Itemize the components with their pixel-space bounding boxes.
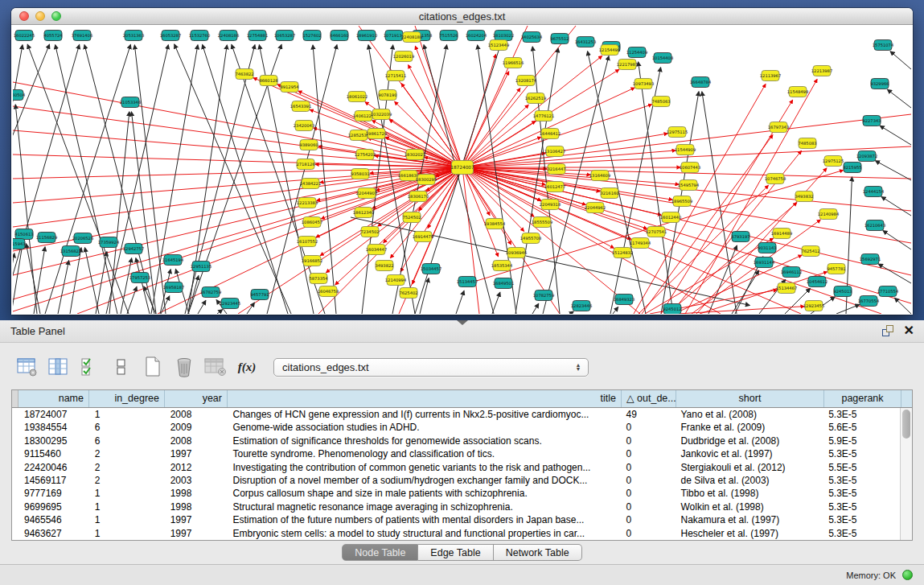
delete-table-icon[interactable] [203, 355, 228, 379]
table-cell: 2008 [165, 435, 228, 447]
table-row[interactable]: 977716911998Corpus callosum shape and si… [12, 487, 900, 500]
graph-node-label: 16958187 [163, 285, 184, 290]
table-cell: Jankovic et al. (1997) [676, 447, 823, 460]
table-panel-title: Table Panel [10, 325, 65, 337]
graph-node-label: 22044962 [585, 205, 606, 210]
graph-node-label: 15751074 [873, 43, 894, 47]
graph-node-label: 9358031 [351, 171, 369, 176]
graph-node-label: 15124832 [612, 250, 633, 255]
tab-edge-table[interactable]: Edge Table [418, 544, 493, 561]
table-cell: 5.9E-5 [823, 435, 900, 447]
table-row[interactable]: 946362711997Embryonic stem cells: a mode… [12, 527, 900, 540]
column-header-out_de[interactable]: △ out_de... [622, 390, 676, 407]
table-dropdown[interactable]: citations_edges.txt ▲▼ [273, 358, 589, 377]
close-panel-icon[interactable]: ✕ [904, 323, 914, 338]
graph-node-label: 15123449 [488, 43, 509, 47]
graph-node-label: 12923445 [220, 301, 240, 306]
network-window-titlebar[interactable]: citations_edges.txt [11, 8, 913, 25]
graph-edge [570, 311, 573, 314]
graph-node-label: 11544909 [675, 147, 696, 152]
table-row[interactable]: 1830029562008Estimation of significance … [12, 435, 900, 447]
column-header-year[interactable]: year [165, 390, 228, 407]
graph-node-label: 16446412 [540, 131, 561, 136]
node-table: namein_degreeyeartitle△ out_de...shortpa… [11, 389, 913, 541]
graph-node-label: 9457781 [827, 266, 845, 271]
graph-node-label: 19166852 [302, 258, 322, 263]
table-header-row: namein_degreeyeartitle△ out_de...shortpa… [12, 390, 912, 408]
table-cell: Disruption of a novel member of a sodium… [228, 474, 621, 487]
graph-edge [13, 44, 49, 314]
tab-node-table[interactable]: Node Table [342, 544, 418, 561]
graph-node-label: 8912954 [280, 84, 299, 89]
table-row[interactable]: 946554611997Estimation of the future num… [12, 513, 900, 526]
row-toggle-icon[interactable] [109, 355, 134, 379]
table-row[interactable]: 969969511998Structural magnetic resonanc… [12, 501, 900, 513]
column-header-name[interactable]: name [18, 390, 89, 407]
graph-node-label: 16210643 [864, 223, 885, 228]
table-row[interactable]: 1872400712008Changes of HCN gene express… [12, 408, 900, 421]
graph-node-label: 22049318 [540, 202, 561, 207]
table-row[interactable]: 1938455462009Genome-wide association stu… [12, 421, 900, 434]
show-columns-icon[interactable] [46, 355, 72, 379]
column-header-short[interactable]: short [676, 390, 824, 407]
desktop-background: citations_edges.txt 16022245405572437691… [0, 0, 924, 320]
table-panel-body: f(x) citations_edges.txt ▲▼ namein_degre… [0, 343, 924, 564]
table-cell: 9463627 [18, 527, 89, 540]
table-mode-icon[interactable] [14, 355, 40, 379]
table-cell: 0 [621, 421, 676, 434]
graph-edge [836, 304, 860, 314]
graph-node-label: 9227343 [862, 118, 881, 123]
graph-node-label: 12213987 [811, 68, 832, 73]
vertical-scrollbar[interactable] [900, 408, 912, 540]
graph-node-label: 16012440 [660, 215, 681, 220]
graph-edge [462, 56, 602, 167]
graph-edge [185, 45, 255, 314]
graph-node-label: 14955708 [520, 236, 541, 241]
graph-node-label: 10154408 [652, 56, 673, 60]
graph-node-label: 17710554 [877, 289, 899, 294]
function-builder-icon[interactable]: f(x) [234, 355, 260, 379]
table-cell: Dudbridge et al. (2008) [676, 435, 823, 447]
column-header-title[interactable]: title [228, 390, 622, 407]
table-cell: 0 [621, 461, 676, 474]
table-cell: 6 [89, 435, 165, 447]
graph-node-label: 23420043 [294, 123, 314, 128]
table-cell: 1 [89, 487, 165, 500]
table-cell: 19384554 [18, 421, 89, 434]
delete-column-icon[interactable] [171, 355, 197, 379]
graph-node-label: 10653287 [274, 33, 295, 38]
graph-node-label: 12975115 [667, 130, 688, 134]
graph-edge [881, 196, 911, 216]
float-panel-icon[interactable] [882, 325, 895, 338]
graph-node-label: 9245012 [663, 307, 681, 311]
graph-edge [895, 298, 911, 314]
column-header-in_degree[interactable]: in_degree [89, 390, 165, 407]
graph-node-label: 13106427 [544, 149, 565, 154]
table-cell: Embryonic stem cells: a model to study s… [228, 527, 621, 540]
graph-node-label: 9389060 [299, 142, 318, 147]
table-row[interactable]: 1456911722003Disruption of a novel membe… [12, 474, 900, 487]
graph-node-label: 17359924 [98, 240, 120, 245]
select-all-icon[interactable] [77, 355, 103, 379]
table-row[interactable]: 2242004622012Investigating the contribut… [12, 461, 900, 474]
graph-node-label: 15134457 [457, 279, 478, 284]
table-cell: Stergiakouli et al. (2012) [676, 461, 823, 474]
network-view[interactable]: 1602224540557243769140620531363160532871… [11, 25, 913, 315]
table-cell: 2 [89, 447, 165, 460]
graph-edge [70, 248, 81, 314]
table-row[interactable]: 911546021997Tourette syndrome. Phenomeno… [12, 447, 900, 460]
table-cell: Tibbo et al. (1998) [676, 487, 823, 500]
column-header-pagerank[interactable]: pagerank [824, 390, 901, 407]
graph-edge [127, 286, 137, 314]
graph-edge [462, 114, 911, 167]
network-canvas: 1602224540557243769140620531363160532871… [13, 26, 911, 314]
tab-network-table[interactable]: Network Table [494, 544, 582, 561]
graph-node-label: 9675512 [550, 36, 569, 41]
scrollbar-thumb[interactable] [902, 410, 910, 439]
graph-node-label: 12754202 [355, 152, 376, 157]
new-column-icon[interactable] [140, 355, 166, 379]
graph-node-label: 18300295 [416, 177, 437, 182]
graph-edge [667, 203, 797, 314]
table-cell: 5.3E-5 [823, 527, 900, 540]
graph-node-label: 12715411 [385, 73, 406, 78]
